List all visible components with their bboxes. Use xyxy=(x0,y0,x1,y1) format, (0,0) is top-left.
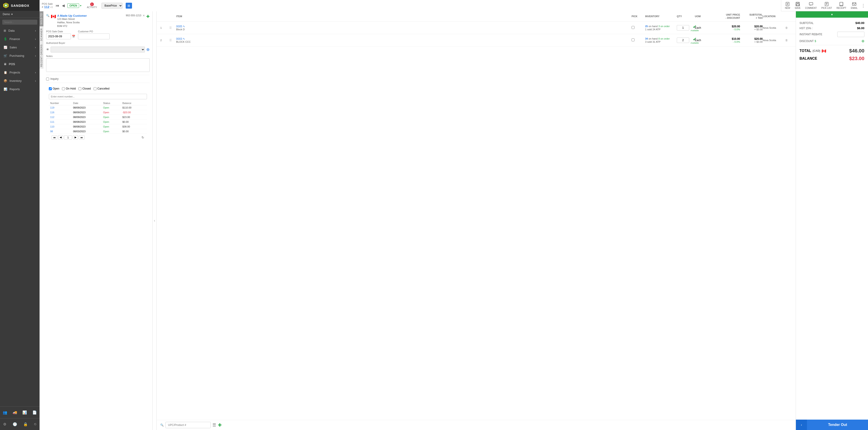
sidebar-item-inventory[interactable]: 📦 Inventory › xyxy=(0,76,39,85)
filter-cancelled[interactable]: Cancelled xyxy=(94,87,110,90)
table-row[interactable]: 119 08/09/2023 Open $110.00 xyxy=(49,105,147,110)
left-panel: SOLD TO SCANNER RECENT ORDERS 🔍 🇨🇦 A Mad… xyxy=(39,11,153,430)
sale-date-input[interactable] xyxy=(46,33,71,39)
sidebar-item-finance[interactable]: 💲 Finance › xyxy=(0,35,39,43)
discount-add-btn[interactable]: ⊕ xyxy=(862,39,864,43)
settings-icon[interactable]: ⚙ xyxy=(1,420,8,428)
table-row[interactable]: 110 08/08/2023 Open $38.00 xyxy=(49,124,147,129)
instant-rebate-label: INSTANT REBATE xyxy=(800,33,822,36)
email-btn[interactable]: EMAIL xyxy=(849,1,860,10)
order-number: 119 xyxy=(49,105,72,110)
inventory-arrow-icon: › xyxy=(35,79,36,83)
new-btn[interactable]: NEW xyxy=(783,1,792,10)
sidebar-item-reports[interactable]: 📊 Reports xyxy=(0,85,39,93)
receipt-btn[interactable]: RECEIPT xyxy=(835,1,848,10)
add-customer-btn[interactable]: ✚ xyxy=(146,14,150,19)
pick-checkbox[interactable] xyxy=(631,26,634,29)
tender-left-btn[interactable]: ‹ xyxy=(796,420,807,430)
document-icon[interactable]: 📄 xyxy=(31,408,39,417)
search-input[interactable] xyxy=(2,20,37,25)
clock-icon[interactable]: 🕐 xyxy=(11,420,19,428)
order-date: 08/03/2023 xyxy=(72,129,102,134)
customer-search-icon[interactable]: 🔍 xyxy=(46,14,50,17)
page-first-btn[interactable]: ⏮ xyxy=(52,135,57,140)
edit-item-icon[interactable]: ✎ xyxy=(183,37,185,40)
filter-open[interactable]: Open xyxy=(49,87,59,90)
drag-handle[interactable]: ☰ xyxy=(169,26,176,29)
on-hold-checkbox[interactable] xyxy=(62,87,65,90)
notes-group: Notes xyxy=(46,55,150,72)
tab-scanner[interactable]: SCANNER xyxy=(39,26,43,43)
summary-collapse-row[interactable]: ▾ xyxy=(796,11,868,18)
eye-icon[interactable]: 👁 xyxy=(46,48,49,51)
tab-recent-orders[interactable]: RECENT ORDERS xyxy=(39,42,43,69)
item-details: 0003 ✎ BLOCK CCC xyxy=(176,37,631,43)
truck-icon[interactable]: 🚚 xyxy=(11,408,19,417)
chart-icon[interactable]: 📊 xyxy=(21,408,29,417)
event-number-input[interactable] xyxy=(49,94,147,99)
drag-handle[interactable]: ☰ xyxy=(169,39,176,42)
inquiry-checkbox[interactable] xyxy=(46,78,49,81)
pick-checkbox[interactable] xyxy=(631,38,634,41)
add-authorized-btn[interactable]: ⊕ xyxy=(146,47,150,52)
notes-textarea[interactable] xyxy=(46,58,150,72)
more-btn[interactable]: ⋮ xyxy=(860,3,866,8)
closed-checkbox[interactable] xyxy=(79,87,81,90)
edit-item-icon[interactable]: ✎ xyxy=(183,25,185,28)
sidebar-item-sales[interactable]: 📈 Sales › xyxy=(0,43,39,52)
table-row[interactable]: 116 08/09/2023 Open -$20.00 xyxy=(49,110,147,115)
filter-on-hold[interactable]: On Hold xyxy=(62,87,76,90)
authorized-select[interactable] xyxy=(51,47,145,53)
delete-item-btn[interactable]: 🗑 xyxy=(785,26,792,29)
calculator-btn[interactable]: ⊞ xyxy=(126,3,132,8)
pos-nav-icons: ⏮ ◀ xyxy=(55,3,66,8)
qty-input[interactable] xyxy=(677,37,689,43)
pick-list-btn[interactable]: PICK LIST xyxy=(819,1,834,10)
people-icon[interactable]: 👥 xyxy=(1,408,9,417)
status-badge[interactable]: OPEN xyxy=(67,3,79,8)
table-row[interactable]: 111 08/08/2023 Open $0.00 xyxy=(49,120,147,124)
menu-icon[interactable]: ☰ xyxy=(213,423,216,428)
qty-input[interactable] xyxy=(677,25,689,31)
open-checkbox[interactable] xyxy=(49,87,52,90)
page-last-btn[interactable]: ⏭ xyxy=(79,135,85,140)
sidebar-item-pos[interactable]: 🖥 POS xyxy=(0,60,39,68)
page-next-btn[interactable]: ▶ xyxy=(73,135,78,140)
calendar-icon[interactable]: 📅 xyxy=(72,35,75,38)
add-item-btn[interactable]: ✚ xyxy=(218,422,222,428)
sidebar-item-data[interactable]: ⊞ Data › xyxy=(0,26,39,35)
customer-po-input[interactable] xyxy=(78,33,110,39)
price-type-select[interactable]: BasePrice xyxy=(101,3,123,8)
product-search-input[interactable] xyxy=(165,422,211,428)
item-code[interactable]: 0003 xyxy=(176,37,182,40)
page-input[interactable] xyxy=(64,135,72,140)
cancelled-checkbox[interactable] xyxy=(94,87,96,90)
sidebar-item-projects[interactable]: 📋 Projects › xyxy=(0,68,39,76)
delete-item-btn[interactable]: 🗑 xyxy=(785,39,792,42)
app-logo: SANDBOX xyxy=(0,0,39,11)
activity-btn[interactable]: 1 ACTIVITY xyxy=(87,2,97,8)
refresh-btn[interactable]: ↻ xyxy=(142,136,144,139)
lock-icon[interactable]: 🔒 xyxy=(22,420,30,428)
table-row[interactable]: 98 08/03/2023 Open $0.00 xyxy=(49,129,147,134)
table-row[interactable]: 112 08/09/2023 Open $23.00 xyxy=(49,115,147,120)
tender-out-btn[interactable]: Tender Out xyxy=(807,420,868,430)
user-menu[interactable]: Demo ▾ xyxy=(0,11,39,18)
logout-icon[interactable]: ⎋ xyxy=(32,420,38,428)
tab-sold-to[interactable]: SOLD TO xyxy=(39,11,43,26)
save-btn[interactable]: SAVE xyxy=(793,1,802,10)
status-dropdown-icon[interactable]: ▾ xyxy=(80,4,81,7)
item-code[interactable]: 0005 xyxy=(176,25,182,28)
collapse-panel-btn[interactable]: ‹ xyxy=(153,219,156,223)
close-customer-btn[interactable]: ✕ xyxy=(143,14,145,17)
nav-first-btn[interactable]: ⏮ xyxy=(55,3,60,8)
filter-closed[interactable]: Closed xyxy=(79,87,91,90)
nav-prev-btn[interactable]: ◀ xyxy=(61,3,66,8)
instant-rebate-input[interactable] xyxy=(837,32,864,37)
sidebar-item-purchasing[interactable]: 🛒 Purchasing › xyxy=(0,52,39,60)
inv-on-hand: 25 xyxy=(645,25,648,28)
comment-btn[interactable]: COMMENT xyxy=(803,1,819,10)
customer-name[interactable]: A Made Up Customer xyxy=(57,14,87,18)
page-prev-btn[interactable]: ◀ xyxy=(58,135,63,140)
order-balance: $110.00 xyxy=(121,105,144,110)
